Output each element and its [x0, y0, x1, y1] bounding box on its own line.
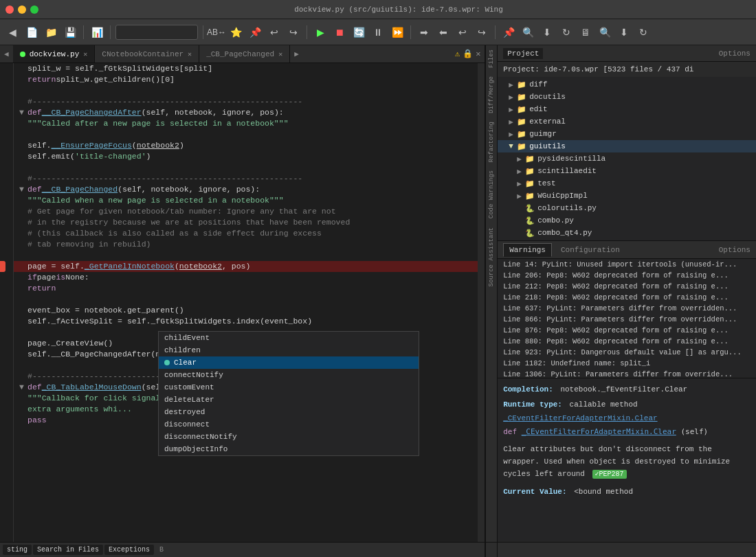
ac-item-childEvent[interactable]: childEvent: [159, 332, 419, 344]
warnings-tab-warnings[interactable]: Warnings: [503, 243, 552, 257]
warning-9[interactable]: Line 1182: Undefined name: split_i: [498, 358, 756, 369]
btab-exceptions[interactable]: Exceptions: [104, 545, 154, 555]
warnings-tab-config[interactable]: Configuration: [555, 243, 626, 257]
tree-combo[interactable]: 🐍 combo.py: [498, 214, 756, 227]
warnings-options[interactable]: Options: [719, 246, 751, 254]
down2-btn[interactable]: ⬇: [616, 24, 632, 41]
refresh-btn[interactable]: ↻: [558, 24, 575, 41]
code-area[interactable]: split_w = self._fGtkSplitWidgets[split] …: [14, 63, 478, 542]
tree-wguicppimpl[interactable]: ▶ 📁 WGuiCppImpl: [498, 190, 756, 202]
undo-btn[interactable]: ↩: [454, 24, 471, 41]
search-input[interactable]: [115, 25, 198, 40]
tree-colorutils[interactable]: 🐍 colorutils.py: [498, 202, 756, 214]
down-btn[interactable]: ⬇: [539, 24, 555, 41]
ac-item-Clear[interactable]: Clear: [159, 356, 419, 369]
tab-close-all[interactable]: ✕: [476, 49, 480, 59]
ac-item-customEvent[interactable]: customEvent: [159, 381, 419, 394]
vtab-files[interactable]: Files: [487, 45, 496, 72]
vtab-diff[interactable]: Diff/Merge: [487, 72, 496, 117]
maximize-button[interactable]: [30, 5, 38, 14]
btab-sting[interactable]: sting: [3, 545, 32, 555]
bookmark-btn[interactable]: ⭐: [227, 24, 244, 41]
code-line-1: split_w = self._fGtkSplitWidgets[split]: [14, 63, 478, 74]
ac-item-dumpObjectInfo[interactable]: dumpObjectInfo: [159, 443, 419, 455]
search2-btn[interactable]: 🔍: [520, 24, 536, 41]
restart-btn[interactable]: 🔄: [351, 24, 367, 41]
tab-close-cnotebook[interactable]: ✕: [188, 50, 192, 58]
tree-dialogs[interactable]: 🐍 dialogs.py: [498, 239, 756, 240]
project-options[interactable]: Options: [719, 49, 751, 58]
refresh2-btn[interactable]: ↻: [635, 24, 652, 41]
pause-btn[interactable]: ⏸: [370, 24, 386, 41]
tab-close-cbpagechanged[interactable]: ✕: [278, 50, 282, 58]
tree-edit[interactable]: ▶ 📁 edit: [498, 103, 756, 115]
tree-docutils[interactable]: ▶ 📁 docutils: [498, 91, 756, 103]
warning-0[interactable]: Line 14: PyLint: Unused import itertools…: [498, 259, 756, 270]
btab-search-in-files[interactable]: Search in Files: [33, 545, 103, 555]
warning-1[interactable]: Line 206: Pep8: W602 deprecated form of …: [498, 270, 756, 281]
vtab-source[interactable]: Source Assistant: [487, 223, 496, 291]
open-btn[interactable]: 📁: [43, 24, 59, 41]
ac-item-connectNotify[interactable]: connectNotify: [159, 369, 419, 381]
editor-scrollbar[interactable]: [478, 63, 485, 542]
ac-item-children[interactable]: children: [159, 344, 419, 356]
tree-pysidescintilla[interactable]: ▶ 📁 pysidescintilla: [498, 152, 756, 165]
tree-external[interactable]: ▶ 📁 external: [498, 115, 756, 128]
run-btn[interactable]: ▶: [312, 24, 329, 41]
tree-combo-qt4[interactable]: 🐍 combo_qt4.py: [498, 227, 756, 239]
warning-8[interactable]: Line 923: PyLint: Dangerous default valu…: [498, 347, 756, 358]
autocomplete-popup[interactable]: childEvent children Clear connectNotify …: [158, 331, 419, 456]
sa-def-value[interactable]: _CEventFilterForAdapterMixin.Clear: [522, 427, 676, 436]
tab-scroll-right[interactable]: ▶: [290, 45, 303, 62]
vtab-refactoring[interactable]: Refactoring: [487, 117, 496, 166]
warning-2[interactable]: Line 212: Pep8: W602 deprecated form of …: [498, 281, 756, 292]
jump-btn[interactable]: ➡: [416, 24, 432, 41]
tab-scroll-left[interactable]: ◀: [0, 45, 13, 62]
nav3-btn[interactable]: ↪: [285, 24, 302, 41]
tab-dockview[interactable]: dockview.py ✕: [13, 45, 96, 62]
ac-item-destroyed[interactable]: destroyed: [159, 406, 419, 418]
find-btn[interactable]: AB↔: [208, 24, 225, 41]
warnings-content[interactable]: Line 14: PyLint: Unused import itertools…: [498, 259, 756, 378]
back2-btn[interactable]: ⬅: [435, 24, 452, 41]
warning-10[interactable]: Line 1306: PyLint: Parameters differ fro…: [498, 369, 756, 378]
sa-link-line[interactable]: _CEventFilterForAdapterMixin.Clear: [503, 413, 751, 424]
sa-runtime-link[interactable]: _CEventFilterForAdapterMixin.Clear: [503, 414, 657, 422]
tree-guimgr[interactable]: ▶ 📁 guimgr: [498, 128, 756, 140]
tab-cnotebook[interactable]: CNotebookContainer ✕: [95, 45, 199, 62]
btab-b[interactable]: B: [155, 545, 168, 555]
tree-guiutils[interactable]: ▼ 📁 guiutils: [498, 140, 756, 152]
close-button[interactable]: [5, 5, 14, 14]
pin-btn[interactable]: 📌: [500, 24, 517, 41]
new-btn[interactable]: 📄: [23, 24, 40, 41]
warning-5[interactable]: Line 866: PyLint: Parameters differ from…: [498, 314, 756, 325]
ac-item-disconnectNotify[interactable]: disconnectNotify: [159, 431, 419, 443]
editor-content[interactable]: split_w = self._fGtkSplitWidgets[split] …: [0, 63, 485, 542]
screen-btn[interactable]: 🖥: [577, 24, 594, 41]
chart-btn[interactable]: 📊: [89, 24, 105, 41]
vtab-code-warnings[interactable]: Code Warnings: [487, 166, 496, 223]
ac-item-disconnect[interactable]: disconnect: [159, 418, 419, 431]
redo-btn[interactable]: ↪: [474, 24, 490, 41]
ac-item-deleteLater[interactable]: deleteLater: [159, 394, 419, 406]
tree-content[interactable]: ▶ 📁 diff ▶ 📁 docutils ▶ 📁 edit: [498, 77, 756, 240]
tab-cbpagechanged[interactable]: _CB_PageChanged ✕: [199, 45, 290, 62]
warning-6[interactable]: Line 876: Pep8: W602 deprecated form of …: [498, 325, 756, 336]
tree-diff[interactable]: ▶ 📁 diff: [498, 78, 756, 91]
tab-close-dockview[interactable]: ✕: [83, 50, 87, 58]
nav-btn[interactable]: 📌: [247, 24, 263, 41]
step-btn[interactable]: ⏩: [389, 24, 405, 41]
tree-scintillaedit[interactable]: ▶ 📁 scintillaedit: [498, 165, 756, 177]
save-btn[interactable]: 💾: [62, 24, 78, 41]
tree-test[interactable]: ▶ 📁 test: [498, 177, 756, 190]
back-btn[interactable]: ◀: [4, 24, 21, 41]
find2-btn[interactable]: 🔍: [597, 24, 613, 41]
ac-label: disconnectNotify: [164, 433, 237, 441]
warning-7[interactable]: Line 880: Pep8: W602 deprecated form of …: [498, 336, 756, 347]
nav2-btn[interactable]: ↩: [266, 24, 282, 41]
stop-btn[interactable]: ⏹: [331, 24, 348, 41]
warning-4[interactable]: Line 637: PyLint: Parameters differ from…: [498, 303, 756, 314]
project-tab[interactable]: Project: [503, 48, 543, 59]
minimize-button[interactable]: [18, 5, 26, 14]
warning-3[interactable]: Line 218: Pep8: W602 deprecated form of …: [498, 292, 756, 303]
